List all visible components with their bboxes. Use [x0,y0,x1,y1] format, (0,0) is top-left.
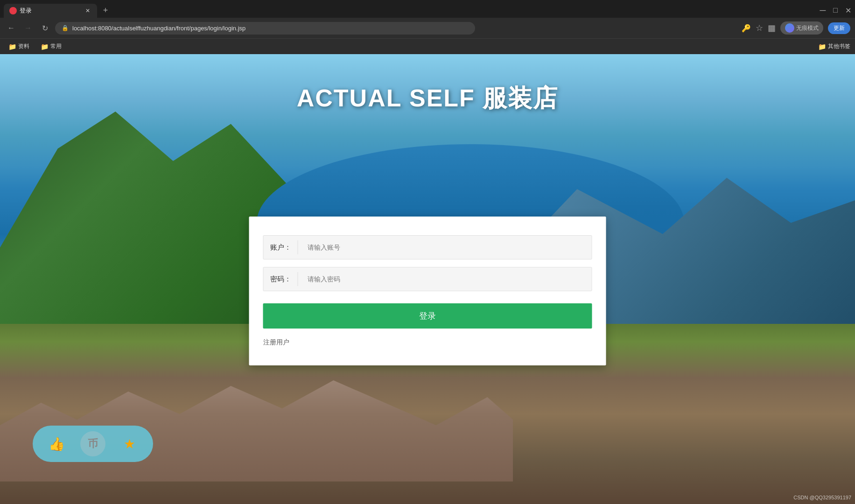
bookmark-star-icon[interactable]: ☆ [756,23,763,33]
url-bar[interactable]: 🔒 localhost:8080/actualselffuzhuangdian/… [55,22,475,35]
password-label: 密码： [264,275,298,284]
refresh-icon: ↻ [42,24,48,33]
account-badge[interactable]: 无痕模式 [780,21,823,35]
star-icon: ★ [124,436,135,452]
refresh-button[interactable]: ↻ [38,21,51,35]
account-field-container: 账户： [263,235,592,259]
bookmark-label-ziliao: 资料 [18,42,29,50]
lock-icon: 🔒 [62,25,69,31]
url-text: localhost:8080/actualselffuzhuangdian/fr… [72,25,245,32]
account-input[interactable] [303,244,592,251]
field-divider-password [298,272,298,286]
folder-icon-ziliao: 📁 [8,43,16,50]
key-icon[interactable]: 🔑 [742,24,751,33]
update-button[interactable]: 更新 [828,22,850,34]
tab-bar: 登录 ✕ + ─ □ ✕ [0,0,855,18]
folder-icon-other: 📁 [818,43,826,50]
forward-button[interactable]: → [21,21,35,35]
address-bar: ← → ↻ 🔒 localhost:8080/actualselffuzhuan… [0,18,855,38]
bookmark-label-changyong: 常用 [50,42,62,50]
new-tab-button[interactable]: + [99,4,112,17]
other-bookmarks[interactable]: 📁 其他书签 [818,42,850,50]
register-link[interactable]: 注册用户 [263,338,289,346]
close-window-button[interactable]: ✕ [845,6,851,15]
account-label: 账户： [264,243,298,252]
account-text: 无痕模式 [796,24,819,32]
main-content: ACTUAL SELF 服装店 账户： 密码： 登录 注册用户 👍 币 ★ [0,54,855,504]
like-button[interactable]: 👍 [44,431,69,456]
active-tab[interactable]: 登录 ✕ [4,4,97,18]
window-controls: ─ □ ✕ [820,6,851,15]
bookmark-item-ziliao[interactable]: 📁 资料 [5,42,33,51]
back-icon: ← [7,24,15,32]
coin-button[interactable]: 币 [80,431,105,456]
browser-chrome: 登录 ✕ + ─ □ ✕ ← → ↻ 🔒 localhost:8080/actu… [0,0,855,54]
star-button[interactable]: ★ [117,431,142,456]
account-avatar [785,23,794,33]
tab-title: 登录 [20,7,81,15]
folder-icon-changyong: 📁 [41,43,49,50]
password-field-container: 密码： [263,267,592,291]
like-icon: 👍 [49,436,65,452]
login-button[interactable]: 登录 [263,303,592,329]
page-title: ACTUAL SELF 服装店 [297,82,559,115]
back-button[interactable]: ← [5,21,18,35]
minimize-button[interactable]: ─ [820,6,826,15]
address-bar-actions: 🔑 ☆ ▦ 无痕模式 更新 [742,21,850,35]
login-form-container: 账户： 密码： 登录 注册用户 [249,217,606,365]
field-divider-account [298,240,298,254]
password-input[interactable] [303,275,592,283]
bookmark-item-changyong[interactable]: 📁 常用 [37,42,65,51]
tab-close-button[interactable]: ✕ [84,7,91,14]
csdn-watermark: CSDN @QQ3295391197 [793,495,851,500]
coin-icon: 币 [88,437,98,451]
forward-icon: → [24,24,32,32]
sidebar-icon[interactable]: ▦ [768,23,776,33]
maximize-button[interactable]: □ [833,6,838,14]
other-bookmarks-label: 其他书签 [828,42,850,50]
tab-favicon-icon [9,7,17,14]
bookmarks-bar: 📁 资料 📁 常用 📁 其他书签 [0,38,855,54]
social-widget: 👍 币 ★ [33,426,153,462]
